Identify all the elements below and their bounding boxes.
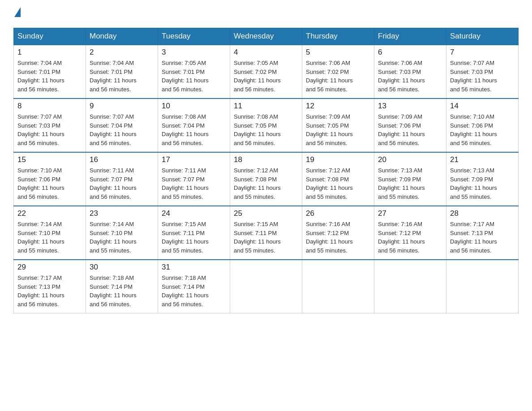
day-info: Sunrise: 7:08 AM Sunset: 7:05 PM Dayligh… [234, 112, 298, 147]
weekday-header-thursday: Thursday [302, 28, 374, 45]
day-number: 20 [378, 155, 442, 164]
calendar-week-row: 8 Sunrise: 7:07 AM Sunset: 7:03 PM Dayli… [14, 98, 519, 152]
calendar-cell: 17 Sunrise: 7:11 AM Sunset: 7:07 PM Dayl… [158, 152, 230, 206]
calendar-cell: 6 Sunrise: 7:06 AM Sunset: 7:03 PM Dayli… [374, 45, 446, 98]
day-number: 15 [17, 155, 82, 164]
day-number: 8 [17, 102, 82, 111]
day-number: 11 [234, 102, 298, 111]
calendar-cell: 4 Sunrise: 7:05 AM Sunset: 7:02 PM Dayli… [230, 45, 302, 98]
weekday-header-saturday: Saturday [446, 28, 519, 45]
day-info: Sunrise: 7:16 AM Sunset: 7:12 PM Dayligh… [378, 220, 442, 255]
calendar-cell: 30 Sunrise: 7:18 AM Sunset: 7:14 PM Dayl… [86, 260, 158, 313]
calendar-cell: 28 Sunrise: 7:17 AM Sunset: 7:13 PM Dayl… [446, 206, 519, 260]
calendar-cell: 7 Sunrise: 7:07 AM Sunset: 7:03 PM Dayli… [446, 45, 519, 98]
calendar-cell: 1 Sunrise: 7:04 AM Sunset: 7:01 PM Dayli… [14, 45, 86, 98]
day-number: 4 [234, 48, 298, 57]
day-info: Sunrise: 7:04 AM Sunset: 7:01 PM Dayligh… [17, 59, 82, 94]
day-info: Sunrise: 7:10 AM Sunset: 7:06 PM Dayligh… [450, 112, 515, 147]
day-info: Sunrise: 7:13 AM Sunset: 7:09 PM Dayligh… [450, 166, 515, 201]
day-number: 29 [17, 263, 82, 272]
day-info: Sunrise: 7:05 AM Sunset: 7:01 PM Dayligh… [162, 59, 226, 94]
calendar-cell: 22 Sunrise: 7:14 AM Sunset: 7:10 PM Dayl… [14, 206, 86, 260]
day-info: Sunrise: 7:09 AM Sunset: 7:06 PM Dayligh… [378, 112, 442, 147]
day-number: 28 [450, 209, 515, 218]
calendar-cell: 2 Sunrise: 7:04 AM Sunset: 7:01 PM Dayli… [86, 45, 158, 98]
calendar-cell: 25 Sunrise: 7:15 AM Sunset: 7:11 PM Dayl… [230, 206, 302, 260]
calendar-cell: 5 Sunrise: 7:06 AM Sunset: 7:02 PM Dayli… [302, 45, 374, 98]
page-header [13, 9, 519, 19]
day-number: 13 [378, 102, 442, 111]
day-number: 10 [162, 102, 226, 111]
day-info: Sunrise: 7:11 AM Sunset: 7:07 PM Dayligh… [162, 166, 226, 201]
day-number: 26 [306, 209, 370, 218]
calendar-cell: 16 Sunrise: 7:11 AM Sunset: 7:07 PM Dayl… [86, 152, 158, 206]
day-info: Sunrise: 7:12 AM Sunset: 7:08 PM Dayligh… [306, 166, 370, 201]
calendar-week-row: 15 Sunrise: 7:10 AM Sunset: 7:06 PM Dayl… [14, 152, 519, 206]
day-number: 12 [306, 102, 370, 111]
calendar-cell [446, 260, 519, 313]
calendar-cell: 20 Sunrise: 7:13 AM Sunset: 7:09 PM Dayl… [374, 152, 446, 206]
calendar-header: SundayMondayTuesdayWednesdayThursdayFrid… [14, 28, 519, 45]
day-number: 5 [306, 48, 370, 57]
day-number: 6 [378, 48, 442, 57]
calendar-week-row: 29 Sunrise: 7:17 AM Sunset: 7:13 PM Dayl… [14, 260, 519, 313]
calendar-table: SundayMondayTuesdayWednesdayThursdayFrid… [13, 28, 519, 313]
day-number: 14 [450, 102, 515, 111]
day-number: 30 [90, 263, 154, 272]
day-info: Sunrise: 7:14 AM Sunset: 7:10 PM Dayligh… [90, 220, 154, 255]
calendar-cell [230, 260, 302, 313]
calendar-cell [302, 260, 374, 313]
day-info: Sunrise: 7:10 AM Sunset: 7:06 PM Dayligh… [17, 166, 82, 201]
day-number: 3 [162, 48, 226, 57]
day-info: Sunrise: 7:07 AM Sunset: 7:03 PM Dayligh… [17, 112, 82, 147]
weekday-header-tuesday: Tuesday [158, 28, 230, 45]
calendar-cell: 14 Sunrise: 7:10 AM Sunset: 7:06 PM Dayl… [446, 98, 519, 152]
day-info: Sunrise: 7:06 AM Sunset: 7:02 PM Dayligh… [306, 59, 370, 94]
calendar-cell: 15 Sunrise: 7:10 AM Sunset: 7:06 PM Dayl… [14, 152, 86, 206]
day-info: Sunrise: 7:06 AM Sunset: 7:03 PM Dayligh… [378, 59, 442, 94]
day-number: 16 [90, 155, 154, 164]
day-number: 1 [17, 48, 82, 57]
day-info: Sunrise: 7:16 AM Sunset: 7:12 PM Dayligh… [306, 220, 370, 255]
calendar-body: 1 Sunrise: 7:04 AM Sunset: 7:01 PM Dayli… [14, 45, 519, 313]
calendar-cell: 12 Sunrise: 7:09 AM Sunset: 7:05 PM Dayl… [302, 98, 374, 152]
calendar-cell: 31 Sunrise: 7:18 AM Sunset: 7:14 PM Dayl… [158, 260, 230, 313]
calendar-cell: 19 Sunrise: 7:12 AM Sunset: 7:08 PM Dayl… [302, 152, 374, 206]
day-info: Sunrise: 7:15 AM Sunset: 7:11 PM Dayligh… [234, 220, 298, 255]
day-number: 7 [450, 48, 515, 57]
day-info: Sunrise: 7:13 AM Sunset: 7:09 PM Dayligh… [378, 166, 442, 201]
weekday-header-friday: Friday [374, 28, 446, 45]
day-info: Sunrise: 7:05 AM Sunset: 7:02 PM Dayligh… [234, 59, 298, 94]
day-info: Sunrise: 7:12 AM Sunset: 7:08 PM Dayligh… [234, 166, 298, 201]
calendar-cell: 13 Sunrise: 7:09 AM Sunset: 7:06 PM Dayl… [374, 98, 446, 152]
calendar-cell: 24 Sunrise: 7:15 AM Sunset: 7:11 PM Dayl… [158, 206, 230, 260]
calendar-cell: 10 Sunrise: 7:08 AM Sunset: 7:04 PM Dayl… [158, 98, 230, 152]
day-info: Sunrise: 7:07 AM Sunset: 7:04 PM Dayligh… [90, 112, 154, 147]
weekday-header-monday: Monday [86, 28, 158, 45]
day-info: Sunrise: 7:18 AM Sunset: 7:14 PM Dayligh… [162, 274, 226, 308]
day-number: 22 [17, 209, 82, 218]
day-info: Sunrise: 7:18 AM Sunset: 7:14 PM Dayligh… [90, 274, 154, 308]
calendar-cell: 8 Sunrise: 7:07 AM Sunset: 7:03 PM Dayli… [14, 98, 86, 152]
day-info: Sunrise: 7:09 AM Sunset: 7:05 PM Dayligh… [306, 112, 370, 147]
weekday-header-row: SundayMondayTuesdayWednesdayThursdayFrid… [14, 28, 519, 45]
day-info: Sunrise: 7:17 AM Sunset: 7:13 PM Dayligh… [17, 274, 82, 308]
calendar-cell: 27 Sunrise: 7:16 AM Sunset: 7:12 PM Dayl… [374, 206, 446, 260]
day-info: Sunrise: 7:17 AM Sunset: 7:13 PM Dayligh… [450, 220, 515, 255]
calendar-cell: 23 Sunrise: 7:14 AM Sunset: 7:10 PM Dayl… [86, 206, 158, 260]
day-number: 17 [162, 155, 226, 164]
day-number: 18 [234, 155, 298, 164]
calendar-cell: 29 Sunrise: 7:17 AM Sunset: 7:13 PM Dayl… [14, 260, 86, 313]
day-info: Sunrise: 7:04 AM Sunset: 7:01 PM Dayligh… [90, 59, 154, 94]
day-number: 25 [234, 209, 298, 218]
weekday-header-wednesday: Wednesday [230, 28, 302, 45]
calendar-cell [374, 260, 446, 313]
calendar-week-row: 1 Sunrise: 7:04 AM Sunset: 7:01 PM Dayli… [14, 45, 519, 98]
day-info: Sunrise: 7:08 AM Sunset: 7:04 PM Dayligh… [162, 112, 226, 147]
day-number: 9 [90, 102, 154, 111]
day-number: 31 [162, 263, 226, 272]
calendar-cell: 11 Sunrise: 7:08 AM Sunset: 7:05 PM Dayl… [230, 98, 302, 152]
day-info: Sunrise: 7:15 AM Sunset: 7:11 PM Dayligh… [162, 220, 226, 255]
day-number: 2 [90, 48, 154, 57]
calendar-week-row: 22 Sunrise: 7:14 AM Sunset: 7:10 PM Dayl… [14, 206, 519, 260]
